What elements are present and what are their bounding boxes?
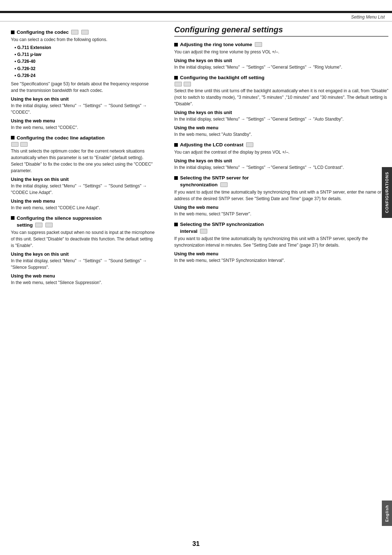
section-heading-backlight: Configuring the backlight off setting [174, 75, 388, 80]
ring-tone-keys-heading: Using the keys on this unit [174, 58, 388, 63]
configurations-label: CONFIGURATIONS [385, 172, 389, 213]
section-title-lcd: Adjusting the LCD contrast [180, 142, 244, 147]
square-icon-ring [174, 43, 178, 46]
codec-keys-heading: Using the keys on this unit [11, 97, 156, 102]
square-icon-2 [11, 136, 15, 139]
ring-tone-intro: You can adjust the ring tone volume by p… [174, 49, 388, 55]
section-title-silence: Configuring the silence suppression [17, 215, 102, 221]
codec-note: See "Specifications" (page 53) for detai… [11, 81, 156, 94]
section-title-codec-line: Configuring the codec line adaptation [17, 135, 105, 141]
codec-web-heading: Using the web menu [11, 118, 156, 123]
section-heading-ring-tone: Adjusting the ring tone volume [174, 42, 388, 47]
backlight-web-heading: Using the web menu [174, 125, 388, 130]
section-heading-sntp: Selecting the SNTP server for [174, 175, 388, 181]
sntp-intro: If you want to adjust the time automatic… [174, 189, 388, 202]
lcd-intro: You can adjust the contrast of the displ… [174, 149, 388, 155]
configurations-tab: CONFIGURATIONS [382, 167, 392, 218]
backlight-intro: Select the time until this unit turns of… [174, 88, 388, 107]
codec-line-intro: This unit selects the optimum codec for … [11, 148, 156, 174]
section-heading-sntp-interval-cont: interval [174, 228, 388, 234]
sntp-interval-web-heading: Using the web menu [174, 251, 388, 256]
lcd-icon-1 [246, 142, 253, 147]
square-icon-3 [11, 216, 15, 220]
ring-tone-keys-text: In the initial display, select "Menu" → … [174, 64, 388, 70]
section-ring-tone-volume: Adjusting the ring tone volume You can a… [174, 42, 388, 70]
silence-icon-1 [35, 223, 42, 227]
ring-icon-1 [255, 42, 262, 47]
square-icon-sntp-interval [174, 223, 178, 226]
silence-keys-heading: Using the keys on this unit [11, 252, 156, 257]
section-title-backlight: Configuring the backlight off setting [180, 75, 264, 80]
section-title-sntp-interval: Selecting the SNTP synchronization [180, 222, 264, 227]
section-heading-sntp-cont: synchronization [174, 182, 388, 187]
section-title-codec: Configuring the codec [17, 29, 69, 35]
section-heading-codec-line: Configuring the codec line adaptation [11, 135, 156, 141]
codec-intro: You can select a codec from the followin… [11, 36, 156, 43]
sntp-web-text: In the web menu, select "SNTP Server". [174, 211, 388, 217]
main-content: Configuring the codec You can select a c… [0, 21, 392, 291]
section-heading-lcd: Adjusting the LCD contrast [174, 142, 388, 147]
lcd-keys-text: In the initial display, select "Menu" → … [174, 164, 388, 171]
silence-keys-text: In the initial display, select "Menu" → … [11, 258, 156, 271]
codec-line-web-heading: Using the web menu [11, 199, 156, 204]
silence-icon-2 [45, 223, 53, 227]
bullet-g711-ulaw: G.711 µ-law [15, 51, 156, 58]
sntp-icon-1 [220, 182, 228, 187]
device-icon-2 [81, 30, 89, 35]
section-configuring-codec: Configuring the codec You can select a c… [11, 29, 156, 131]
square-icon-backlight [174, 76, 178, 80]
square-icon-lcd [174, 143, 178, 147]
lcd-keys-heading: Using the keys on this unit [174, 158, 388, 163]
section-backlight: Configuring the backlight off setting Se… [174, 75, 388, 138]
sntp-interval-intro: If you want to adjust the time automatic… [174, 235, 388, 248]
silence-web-heading: Using the web menu [11, 274, 156, 279]
section-heading-codec: Configuring the codec [11, 29, 156, 35]
sntp-web-heading: Using the web menu [174, 205, 388, 210]
section-sntp-interval: Selecting the SNTP synchronization inter… [174, 222, 388, 264]
page-wrapper: Setting Menu List Configuring the codec … [0, 0, 392, 555]
codec-keys-text: In the initial display, select "Menu" → … [11, 102, 156, 116]
section-title-sntp: Selecting the SNTP server for [180, 175, 249, 181]
backlight-keys-text: In the initial display, select "Menu" → … [174, 116, 388, 122]
section-heading-silence: Configuring the silence suppression [11, 215, 156, 221]
page-title: Configuring general settings [174, 25, 388, 37]
backlight-web-text: In the web menu, select "Auto Standby". [174, 131, 388, 138]
sntp-interval-icon-1 [200, 229, 207, 234]
section-title-sntp-sync: synchronization [180, 182, 218, 187]
codec-line-keys-text: In the initial display, select "Menu" → … [11, 183, 156, 196]
codec-bullet-list: G.711 Extension G.711 µ-law G.726-40 G.7… [11, 44, 156, 79]
bullet-g726-40: G.726-40 [15, 58, 156, 65]
device-icon-1 [71, 30, 78, 35]
backlight-keys-heading: Using the keys on this unit [174, 110, 388, 115]
codec-line-web-text: In the web menu, select "CODEC Line Adap… [11, 204, 156, 211]
setting-menu-label: Setting Menu List [351, 15, 385, 20]
sntp-interval-web-text: In the web menu, select "SNTP Synchroniz… [174, 257, 388, 264]
codec-line-icon-1 [11, 142, 19, 147]
section-silence-suppression: Configuring the silence suppression sett… [11, 215, 156, 286]
left-column: Configuring the codec You can select a c… [11, 25, 163, 287]
bullet-g726-32: G.726-32 [15, 65, 156, 72]
bullet-g711-ext: G.711 Extension [15, 44, 156, 51]
bullet-g726-24: G.726-24 [15, 72, 156, 79]
codec-line-icon-2 [20, 142, 28, 147]
silence-intro: You can suppress packet output when no s… [11, 229, 156, 249]
codec-line-keys-heading: Using the keys on this unit [11, 177, 156, 182]
section-codec-line-adaptation: Configuring the codec line adaptation Th… [11, 135, 156, 211]
section-title-silence-setting: setting [17, 222, 33, 228]
section-title-ring-tone: Adjusting the ring tone volume [180, 42, 252, 47]
section-heading-silence-cont: setting [11, 222, 156, 228]
section-sntp-server: Selecting the SNTP server for synchroniz… [174, 175, 388, 217]
section-title-sntp-interval-sub: interval [180, 228, 197, 234]
page-number: 31 [192, 540, 200, 548]
square-icon-sntp [174, 176, 178, 180]
header-bar: Setting Menu List [0, 13, 392, 21]
backlight-icon-1 [175, 82, 182, 86]
section-heading-sntp-interval: Selecting the SNTP synchronization [174, 222, 388, 227]
silence-web-text: In the web menu, select "Silence Suppres… [11, 279, 156, 286]
english-tab: English [382, 501, 392, 526]
backlight-icon-2 [184, 82, 191, 86]
english-label: English [385, 505, 389, 522]
right-column: Configuring general settings Adjusting t… [171, 25, 388, 287]
codec-web-text: In the web menu, select "CODEC". [11, 124, 156, 131]
section-lcd-contrast: Adjusting the LCD contrast You can adjus… [174, 142, 388, 171]
